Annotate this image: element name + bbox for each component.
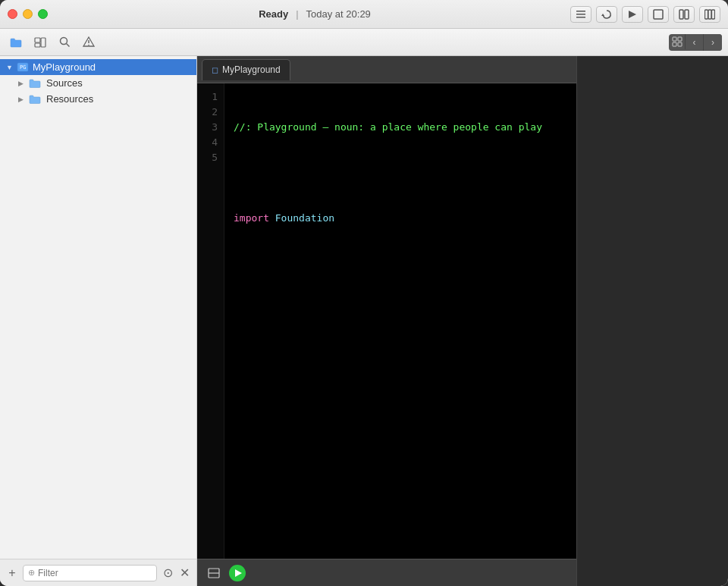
clear-button[interactable]: ✕	[178, 566, 190, 581]
code-line-5	[234, 302, 567, 317]
titlebar-right	[570, 6, 720, 23]
tab-file-icon: ◻	[212, 65, 218, 75]
close-button[interactable]	[8, 9, 17, 19]
lines-icon	[576, 9, 586, 20]
folder-icon	[10, 37, 22, 48]
sidebar-footer: + ⊕ ⊙ ✕	[0, 559, 196, 586]
svg-rect-5	[679, 10, 683, 19]
file-browser-button[interactable]	[6, 34, 26, 51]
line-number-3: 3	[212, 120, 218, 135]
line-number-2: 2	[212, 105, 218, 120]
comment-token: //: Playground – noun: a place where peo…	[234, 121, 542, 133]
line-number-5: 5	[212, 150, 218, 165]
code-line-3: import Foundation	[234, 211, 567, 226]
code-line-1: //: Playground – noun: a place where peo…	[234, 120, 567, 135]
play-icon	[235, 569, 242, 577]
svg-rect-6	[685, 10, 689, 19]
issues-button[interactable]	[79, 34, 99, 51]
svg-rect-12	[41, 38, 46, 47]
editor-footer-layout-btn[interactable]	[205, 565, 223, 581]
svg-rect-2	[576, 17, 585, 18]
history-button[interactable]: ⊙	[162, 566, 174, 581]
sidebar-item-label-resources: Resources	[46, 93, 93, 105]
svg-rect-19	[678, 37, 682, 41]
search-icon	[59, 36, 71, 48]
line-number-1: 1	[212, 89, 218, 105]
nav-back-button[interactable]: ‹	[686, 34, 704, 51]
svg-rect-20	[673, 42, 676, 46]
minimize-button[interactable]	[23, 9, 33, 19]
svg-marker-3	[601, 14, 604, 16]
traffic-lights	[8, 9, 48, 19]
grid-view-button[interactable]	[669, 34, 686, 49]
grid-icon	[672, 36, 682, 47]
filter-input-container: ⊕	[23, 565, 157, 581]
sidebar-item-myplayground[interactable]: ▼ PG MyPlayground	[0, 59, 196, 75]
sidebar: ▼ PG MyPlayground ▶ Sources	[0, 56, 197, 586]
folder-icon-resources	[29, 94, 42, 105]
sidebar-item-sources[interactable]: ▶ Sources	[0, 75, 196, 91]
svg-rect-0	[576, 11, 585, 12]
svg-point-17	[88, 45, 89, 46]
titlebar-center: Ready | Today at 20:29	[59, 8, 570, 20]
refresh-icon	[601, 9, 612, 20]
svg-rect-7	[705, 10, 708, 19]
code-editor[interactable]: 1 2 3 4 5 //: Playground – noun: a place…	[197, 83, 576, 559]
titlebar-time: Today at 20:29	[306, 8, 371, 20]
run-button[interactable]	[229, 565, 246, 581]
svg-text:PG: PG	[20, 64, 26, 71]
editor-area: ◻ MyPlayground 1 2 3 4 5 //: Playground …	[197, 56, 576, 586]
svg-rect-9	[712, 10, 715, 19]
editor-tab-label: MyPlayground	[222, 64, 281, 75]
sidebar-item-resources[interactable]: ▶ Resources	[0, 91, 196, 107]
svg-line-14	[66, 44, 69, 47]
refresh-button[interactable]	[596, 6, 617, 23]
arrow-icon-resources: ▶	[18, 96, 29, 103]
filter-input[interactable]	[38, 568, 152, 578]
lines-view-button[interactable]	[570, 6, 592, 23]
execute-button[interactable]	[622, 6, 643, 23]
editor-footer	[197, 559, 576, 586]
navigator-icon	[34, 37, 46, 48]
right-panel	[576, 56, 728, 586]
titlebar-separator: |	[296, 8, 298, 20]
editor-tab-myplayground[interactable]: ◻ MyPlayground	[202, 59, 290, 80]
main-content: ▼ PG MyPlayground ▶ Sources	[0, 56, 728, 586]
triple-pane-icon	[704, 9, 715, 20]
main-window: Ready | Today at 20:29	[0, 0, 728, 586]
svg-rect-8	[708, 10, 711, 19]
status-label: Ready	[259, 8, 288, 20]
code-content[interactable]: //: Playground – noun: a place where peo…	[224, 83, 576, 559]
svg-rect-10	[35, 38, 40, 42]
secondary-toolbar: ‹ ›	[0, 29, 728, 56]
svg-rect-4	[654, 10, 663, 19]
keyword-token: import	[234, 212, 269, 224]
triple-pane-button[interactable]	[699, 6, 720, 23]
arrow-icon: ▼	[6, 64, 17, 71]
line-number-4: 4	[212, 135, 218, 150]
svg-rect-21	[678, 42, 682, 46]
layout-icon	[208, 568, 220, 578]
maximize-button[interactable]	[38, 9, 48, 19]
split-pane-button[interactable]	[673, 6, 695, 23]
sidebar-item-label-sources: Sources	[46, 77, 83, 89]
single-pane-button[interactable]	[648, 6, 669, 23]
editor-layout-toggle: ‹ ›	[669, 34, 722, 51]
editor-tabbar: ◻ MyPlayground	[197, 56, 576, 83]
line-numbers: 1 2 3 4 5	[197, 83, 224, 559]
split-pane-icon	[679, 9, 689, 20]
single-pane-icon	[653, 9, 664, 20]
folder-icon-sources	[29, 78, 42, 89]
warning-icon	[83, 36, 95, 48]
svg-rect-1	[576, 14, 585, 15]
search-button[interactable]	[55, 34, 74, 51]
add-item-button[interactable]: +	[6, 566, 18, 581]
svg-point-13	[60, 38, 67, 45]
filter-search-icon: ⊕	[28, 568, 35, 578]
navigator-button[interactable]	[30, 34, 50, 51]
arrow-icon-sources: ▶	[18, 80, 29, 87]
code-line-2	[234, 165, 567, 180]
nav-forward-button[interactable]: ›	[704, 34, 722, 51]
sidebar-file-list: ▼ PG MyPlayground ▶ Sources	[0, 56, 196, 559]
execute-icon	[627, 9, 638, 20]
